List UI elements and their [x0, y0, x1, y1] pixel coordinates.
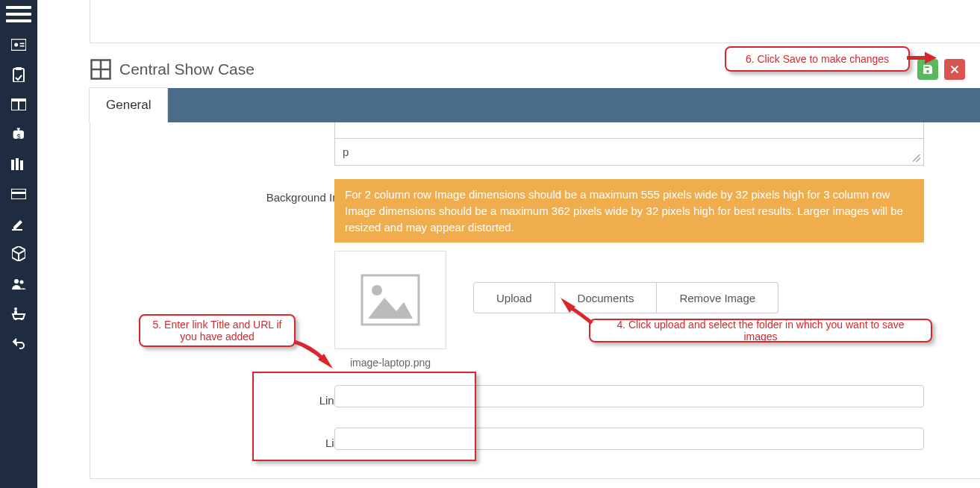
callout-6: 6. Click Save to make changes	[725, 46, 910, 72]
link-title-input[interactable]	[334, 385, 924, 407]
callout-arrow-icon	[291, 339, 333, 371]
nav-edit-icon[interactable]	[0, 215, 37, 233]
svg-rect-7	[11, 98, 26, 101]
nav-cube-icon[interactable]	[0, 245, 37, 263]
remove-image-button-label: Remove Image	[679, 292, 755, 304]
nav-books-icon[interactable]	[0, 155, 37, 173]
callout-arrow-icon	[905, 51, 937, 68]
svg-marker-27	[368, 298, 413, 319]
section-title: Central Show Case	[119, 60, 255, 78]
svg-rect-2	[20, 43, 25, 45]
callout-5-text: 5. Enter link Title and URL if you have …	[149, 319, 285, 342]
callout-4: 4. Click upload and select the folder in…	[589, 319, 932, 342]
svg-point-26	[372, 285, 382, 295]
svg-text:$: $	[16, 133, 20, 140]
tab-label: General	[106, 98, 151, 113]
tab-general[interactable]: General	[89, 87, 168, 122]
svg-rect-10	[11, 160, 14, 170]
svg-point-16	[14, 279, 19, 284]
svg-rect-0	[11, 40, 26, 51]
nav-undo-icon[interactable]	[0, 334, 37, 352]
tab-bar: General	[90, 88, 980, 122]
svg-marker-30	[925, 52, 937, 64]
editor-path-text: p	[343, 146, 349, 158]
svg-rect-5	[16, 67, 22, 70]
svg-rect-3	[20, 46, 25, 47]
nav-card-icon[interactable]	[0, 185, 37, 203]
nav-users-icon[interactable]	[0, 275, 37, 293]
main-area: Central Show Case General ▲ ▼ p Backgrou…	[37, 0, 980, 488]
svg-point-18	[14, 307, 17, 310]
callout-arrow-icon	[561, 298, 593, 327]
svg-point-1	[14, 43, 18, 47]
rich-editor-path: p	[334, 139, 924, 166]
menu-toggle-icon[interactable]	[6, 4, 31, 24]
rich-editor-body-stub[interactable]	[334, 122, 924, 139]
svg-rect-15	[12, 229, 22, 231]
upload-button[interactable]: Upload	[473, 282, 555, 313]
nav-clipboard-icon[interactable]	[0, 66, 37, 84]
grid-icon	[90, 58, 112, 81]
form-panel: ▲ ▼ p Background Image : For 2 column ro…	[90, 122, 980, 479]
callout-5: 5. Enter link Title and URL if you have …	[139, 314, 296, 347]
callout-4-text: 4. Click upload and select the folder in…	[599, 319, 922, 342]
upload-button-label: Upload	[496, 292, 532, 304]
svg-rect-14	[11, 192, 26, 194]
sidebar: $	[0, 0, 37, 488]
nav-cart-icon[interactable]	[0, 304, 37, 322]
callout-6-text: 6. Click Save to make changes	[746, 53, 889, 65]
svg-rect-11	[16, 158, 19, 170]
background-image-help: For 2 column row Image dimensions should…	[334, 179, 924, 243]
image-filename: image-laptop.png	[334, 357, 446, 369]
nav-id-card-icon[interactable]	[0, 36, 37, 54]
link-url-input[interactable]	[334, 428, 924, 450]
nav-columns-icon[interactable]	[0, 96, 37, 113]
cancel-button[interactable]	[944, 59, 965, 80]
nav-money-icon[interactable]: $	[0, 125, 37, 143]
upper-panel-stub	[90, 0, 980, 43]
image-button-group: Upload Documents Remove Image	[473, 282, 778, 313]
svg-point-17	[20, 281, 24, 284]
image-thumbnail[interactable]	[334, 251, 446, 349]
remove-image-button[interactable]: Remove Image	[657, 282, 778, 313]
svg-rect-12	[20, 160, 23, 170]
